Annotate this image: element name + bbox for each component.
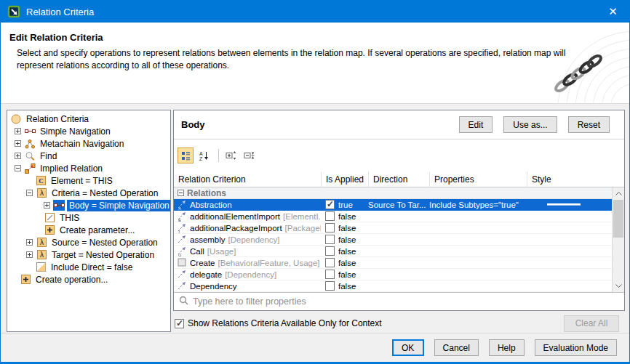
help-button[interactable]: Help bbox=[489, 339, 525, 356]
expander-icon[interactable] bbox=[44, 202, 50, 209]
dialog-button-bar: OK Cancel Help Evaluation Mode bbox=[1, 333, 629, 362]
toolbar-separator bbox=[218, 149, 219, 162]
table-row[interactable]: Dependency false bbox=[174, 280, 624, 292]
tree-item-include-direct[interactable]: Include Direct = false bbox=[7, 261, 170, 273]
tree-item-implied-relation[interactable]: Implied Relation bbox=[7, 162, 170, 174]
lambda-icon: λ bbox=[36, 237, 47, 248]
tree-item-find[interactable]: Find bbox=[7, 150, 170, 162]
table-row[interactable]: assembly[Dependency] false bbox=[174, 234, 624, 246]
collapse-nodes-icon[interactable] bbox=[242, 147, 258, 163]
panel-title: Body bbox=[181, 119, 448, 130]
create-square-icon bbox=[176, 258, 188, 267]
create-plus-icon bbox=[44, 225, 55, 235]
tree-item-this[interactable]: THIS bbox=[7, 211, 170, 224]
scroll-up-icon[interactable] bbox=[613, 187, 624, 200]
tree-item-element-this[interactable]: C Element = THIS bbox=[7, 174, 170, 187]
filter-input[interactable] bbox=[193, 296, 586, 307]
sort-alphabetically-icon[interactable]: AZ bbox=[196, 147, 212, 163]
panel-header: Body Edit Use as... Reset bbox=[174, 110, 624, 139]
relation-criteria-dialog: Relation Criteria ✕ Edit Relation Criter… bbox=[0, 0, 630, 364]
is-applied-checkbox[interactable] bbox=[325, 200, 335, 209]
table-row[interactable]: AAbstraction true Source To Tar... Inclu… bbox=[174, 199, 624, 211]
expand-nodes-icon[interactable] bbox=[223, 147, 239, 163]
criterion-panel: Body Edit Use as... Reset AZ bbox=[173, 110, 625, 311]
lambda-icon: λ bbox=[36, 249, 47, 260]
ok-button[interactable]: OK bbox=[392, 339, 424, 356]
is-applied-checkbox[interactable] bbox=[325, 281, 335, 291]
banner-title: Edit Relation Criteria bbox=[1, 23, 629, 43]
show-context-label: Show Relations Criteria Available Only f… bbox=[188, 318, 382, 328]
scrollbar-thumb[interactable] bbox=[613, 200, 623, 238]
scroll-down-icon[interactable] bbox=[613, 280, 624, 292]
tree-item-body-simple-navigation[interactable]: Body = Simple Navigation bbox=[7, 199, 170, 211]
line-style-preview bbox=[547, 203, 581, 206]
column-header-relation-criterion[interactable]: Relation Criterion bbox=[174, 171, 321, 187]
evaluation-mode-button[interactable]: Evaluation Mode bbox=[535, 339, 617, 356]
is-applied-checkbox[interactable] bbox=[325, 223, 335, 232]
dependency-arrow-icon bbox=[176, 235, 188, 245]
title-bar[interactable]: Relation Criteria ✕ bbox=[1, 1, 629, 23]
table-body: Relations AAbstraction true Source To Ta… bbox=[174, 187, 624, 292]
reset-button[interactable]: Reset bbox=[568, 116, 610, 133]
expander-icon[interactable] bbox=[26, 239, 33, 246]
expander-icon[interactable] bbox=[15, 140, 21, 147]
implied-relation-icon bbox=[24, 163, 36, 174]
is-applied-checkbox[interactable] bbox=[325, 270, 335, 279]
expander-icon[interactable] bbox=[15, 165, 21, 171]
tree-item-source-nested-operation[interactable]: λ Source = Nested Operation bbox=[7, 236, 170, 248]
tree-item-create-operation[interactable]: Create operation... bbox=[7, 273, 170, 286]
element-icon: C bbox=[35, 175, 47, 186]
package-import-arrow-icon: I bbox=[176, 223, 188, 233]
simple-navigation-icon bbox=[53, 200, 65, 211]
dialog-content: Relation Criteria Simple Navigation Meta… bbox=[1, 104, 629, 333]
is-applied-checkbox[interactable] bbox=[325, 235, 335, 244]
show-context-checkbox[interactable] bbox=[175, 319, 184, 328]
table-row[interactable]: EadditionalElementImport[ElementI... fal… bbox=[174, 211, 624, 222]
cancel-button[interactable]: Cancel bbox=[434, 339, 479, 356]
expander-icon[interactable] bbox=[15, 128, 21, 134]
is-applied-checkbox[interactable] bbox=[325, 211, 335, 221]
is-applied-checkbox[interactable] bbox=[325, 258, 335, 267]
collapse-group-icon[interactable] bbox=[178, 190, 184, 196]
edit-button[interactable]: Edit bbox=[459, 116, 493, 133]
table-row[interactable]: IadditionalPackageImport[PackageI... fal… bbox=[174, 222, 624, 234]
table-toolbar: AZ bbox=[174, 139, 624, 171]
table-row[interactable]: UCall[Usage] false bbox=[174, 246, 624, 257]
svg-text:I: I bbox=[178, 229, 180, 233]
element-import-arrow-icon: E bbox=[176, 211, 188, 222]
tree-item-criteria-nested-operation[interactable]: λ Criteria = Nested Operation bbox=[7, 187, 170, 199]
table-row[interactable]: Create[BehavioralFeature, Usage] false bbox=[174, 257, 624, 269]
column-header-direction[interactable]: Direction bbox=[368, 171, 429, 187]
tree-item-metachain-navigation[interactable]: Metachain Navigation bbox=[7, 137, 170, 150]
close-icon[interactable]: ✕ bbox=[597, 1, 629, 23]
search-icon bbox=[179, 295, 188, 308]
table-row[interactable]: delegate[Dependency] false bbox=[174, 269, 624, 280]
column-header-style[interactable]: Style bbox=[527, 171, 624, 187]
tree-item-target-nested-operation[interactable]: λ Target = Nested Operation bbox=[7, 248, 170, 261]
svg-text:A: A bbox=[178, 206, 181, 210]
chain-decoration-icon bbox=[541, 27, 629, 102]
use-as-button[interactable]: Use as... bbox=[503, 116, 557, 133]
svg-text:C: C bbox=[39, 177, 44, 185]
window-title: Relation Criteria bbox=[26, 7, 597, 17]
tree-item-create-parameter[interactable]: Create parameter... bbox=[7, 224, 170, 236]
table-scrollbar[interactable] bbox=[612, 187, 624, 292]
is-applied-checkbox[interactable] bbox=[325, 246, 335, 256]
column-header-is-applied[interactable]: Is Applied bbox=[321, 171, 368, 187]
clear-all-button[interactable]: Clear All bbox=[564, 315, 619, 332]
lambda-icon: λ bbox=[36, 187, 47, 198]
metachain-navigation-icon bbox=[24, 138, 36, 149]
svg-text:U: U bbox=[178, 252, 181, 256]
expander-icon[interactable] bbox=[26, 251, 33, 258]
column-header-properties[interactable]: Properties bbox=[429, 171, 527, 187]
criteria-root-icon bbox=[10, 113, 22, 124]
relation-map-icon bbox=[7, 5, 20, 18]
group-row-relations[interactable]: Relations bbox=[174, 187, 624, 199]
categorized-view-icon[interactable] bbox=[178, 147, 194, 163]
svg-text:λ: λ bbox=[40, 238, 44, 246]
criteria-tree[interactable]: Relation Criteria Simple Navigation Meta… bbox=[7, 110, 171, 332]
tree-item-simple-navigation[interactable]: Simple Navigation bbox=[7, 125, 170, 137]
tree-item-relation-criteria[interactable]: Relation Criteria bbox=[7, 113, 170, 125]
expander-icon[interactable] bbox=[26, 190, 33, 196]
expander-icon[interactable] bbox=[15, 153, 21, 159]
